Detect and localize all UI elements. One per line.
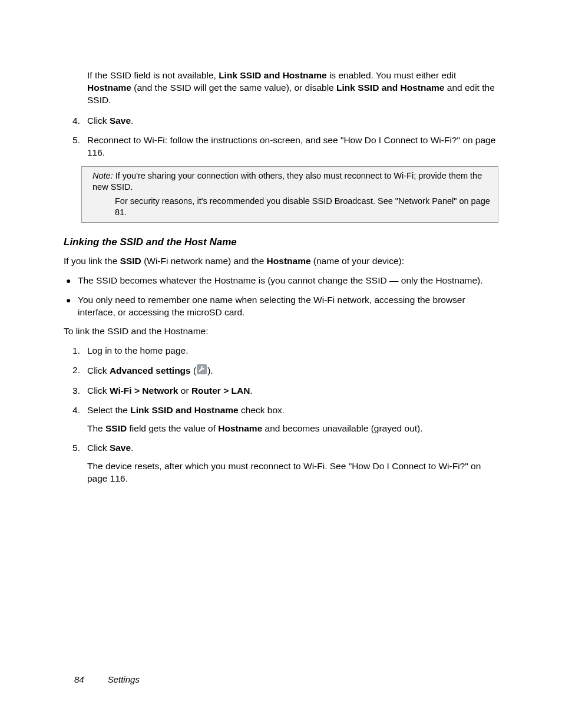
text: or [178, 386, 191, 396]
section-heading: Linking the SSID and the Host Name [64, 236, 498, 249]
text: check box. [239, 405, 285, 415]
save-label: Save [110, 443, 131, 453]
step-body: Select the Link SSID and Hostname check … [87, 404, 498, 435]
bullet-item: ● You only need to remember one name whe… [64, 294, 498, 319]
step-sub: The device resets, after which you must … [87, 460, 498, 485]
text: If the SSID field is not available, [87, 70, 219, 80]
text: > [221, 386, 232, 396]
text: . [250, 386, 252, 396]
text: ( [191, 365, 196, 375]
section-name: Settings [108, 674, 140, 684]
wifi-label: Wi-Fi [110, 386, 132, 396]
page-number: 84 [74, 674, 84, 686]
intro-link-paragraph: If you link the SSID (Wi-Fi network name… [64, 255, 498, 268]
text: (and the SSID will get the same value), … [131, 83, 336, 93]
note-label: Note: [92, 171, 113, 180]
step-body: Reconnect to Wi-Fi: follow the instructi… [87, 134, 498, 159]
hostname-label: Hostname [267, 256, 311, 266]
to-link-paragraph: To link the SSID and the Hostname: [64, 325, 498, 338]
link-ssid-hostname-label: Link SSID and Hostname [336, 83, 444, 93]
text: Click [87, 443, 110, 453]
text: is enabled. You must either edit [327, 70, 457, 80]
text: If you link the [64, 256, 120, 266]
steps-lower: 1. Log in to the home page. 2. Click Adv… [64, 345, 498, 485]
hostname-label: Hostname [218, 423, 262, 433]
step-body: Click Wi-Fi > Network or Router > LAN. [87, 385, 498, 397]
text: and becomes unavailable (grayed out). [262, 423, 422, 433]
step-4: 4. Click Save. [64, 115, 498, 127]
steps-upper: 4. Click Save. 5. Reconnect to Wi-Fi: fo… [64, 115, 498, 159]
text: ). [207, 365, 213, 375]
text: Click [87, 386, 110, 396]
ssid-label: SSID [105, 423, 127, 433]
link-ssid-hostname-label: Link SSID and Hostname [219, 70, 326, 80]
bullet-icon: ● [64, 294, 78, 319]
network-label: Network [142, 386, 178, 396]
step-number: 1. [64, 345, 87, 357]
step-number: 5. [64, 134, 87, 159]
wrench-icon [197, 364, 207, 378]
note-text: If you're sharing your connection with o… [92, 171, 482, 192]
bullet-item: ● The SSID becomes whatever the Hostname… [64, 275, 498, 287]
intro-paragraph: If the SSID field is not available, Link… [87, 70, 498, 107]
bullet-text: The SSID becomes whatever the Hostname i… [78, 275, 498, 287]
step-2: 2. Click Advanced settings (). [64, 364, 498, 378]
advanced-settings-label: Advanced settings [110, 365, 191, 375]
step-4b: 4. Select the Link SSID and Hostname che… [64, 404, 498, 435]
link-ssid-hostname-label: Link SSID and Hostname [130, 405, 238, 415]
step-number: 4. [64, 404, 87, 435]
bullet-text: You only need to remember one name when … [78, 294, 498, 319]
router-label: Router [191, 386, 221, 396]
step-sub: The SSID field gets the value of Hostnam… [87, 423, 498, 435]
bullet-list: ● The SSID becomes whatever the Hostname… [64, 275, 498, 319]
step-body: Click Advanced settings (). [87, 364, 498, 378]
text: (Wi-Fi network name) and the [141, 256, 267, 266]
step-5b: 5. Click Save. The device resets, after … [64, 442, 498, 485]
lan-label: LAN [232, 386, 250, 396]
text: . [131, 443, 133, 453]
step-body: Click Save. [87, 115, 498, 127]
step-number: 3. [64, 385, 87, 397]
note-line-2: For security reasons, it's recommended y… [115, 196, 491, 219]
step-body: Click Save. The device resets, after whi… [87, 442, 498, 485]
ssid-label: SSID [120, 256, 141, 266]
note-line-1: Note: If you're sharing your connection … [92, 170, 491, 193]
step-5: 5. Reconnect to Wi-Fi: follow the instru… [64, 134, 498, 159]
step-number: 4. [64, 115, 87, 127]
bullet-icon: ● [64, 275, 78, 287]
hostname-label: Hostname [87, 83, 131, 93]
step-1: 1. Log in to the home page. [64, 345, 498, 357]
text: Select the [87, 405, 130, 415]
step-3: 3. Click Wi-Fi > Network or Router > LAN… [64, 385, 498, 397]
save-label: Save [110, 116, 131, 126]
text: . [131, 116, 133, 126]
step-body: Log in to the home page. [87, 345, 498, 357]
text: (name of your device): [311, 256, 405, 266]
note-box: Note: If you're sharing your connection … [81, 166, 498, 223]
step-number: 2. [64, 364, 87, 378]
document-page: If the SSID field is not available, Link… [0, 0, 562, 728]
text: Click [87, 116, 110, 126]
page-footer: 84Settings [74, 674, 140, 686]
text: > [132, 386, 143, 396]
text: field gets the value of [127, 423, 218, 433]
text: Click [87, 365, 110, 375]
step-number: 5. [64, 442, 87, 485]
text: The [87, 423, 105, 433]
